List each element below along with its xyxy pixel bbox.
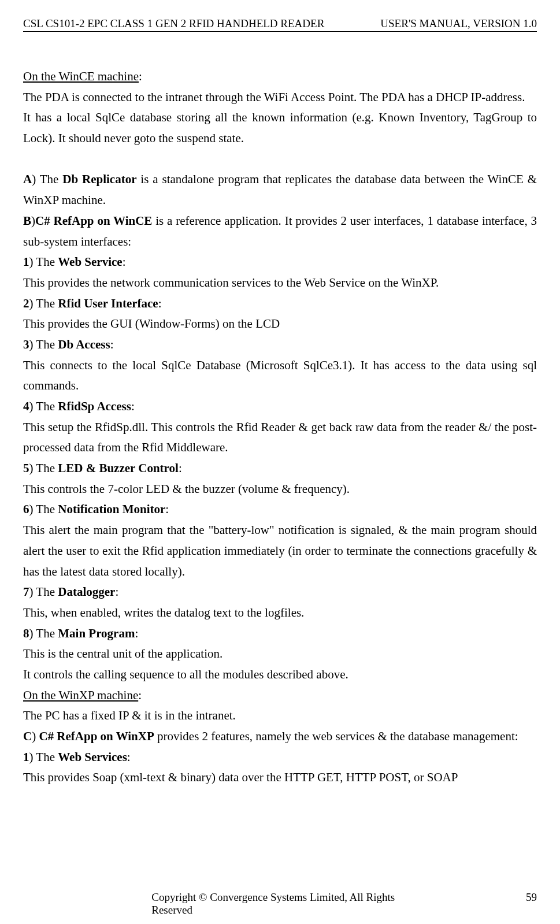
paragraph: It has a local SqlCe database storing al…	[23, 107, 537, 149]
term-refapp-wince: C# RefApp on WinCE	[35, 214, 152, 228]
paragraph: This provides the GUI (Window-Forms) on …	[23, 314, 537, 335]
term-rfid-ui: Rfid User Interface	[58, 296, 158, 310]
paragraph: The PC has a fixed IP & it is in the int…	[23, 706, 537, 726]
label-a: A	[23, 172, 32, 186]
paragraph: It controls the calling sequence to all …	[23, 665, 537, 685]
paragraph: This controls the 7-color LED & the buzz…	[23, 479, 537, 500]
term-web-services: Web Services	[58, 750, 127, 764]
section-title-winxp: On the WinXP machine	[23, 688, 138, 702]
page-header: CSL CS101-2 EPC CLASS 1 GEN 2 RFID HANDH…	[23, 17, 537, 32]
copyright-text: Copyright © Convergence Systems Limited,…	[151, 891, 409, 916]
label-4: 4	[23, 399, 29, 413]
paragraph: This provides the network communication …	[23, 273, 537, 294]
term-web-service: Web Service	[58, 255, 122, 269]
label-b: B	[23, 214, 31, 228]
paragraph: This alert the main program that the "ba…	[23, 520, 537, 582]
label-2: 2	[23, 296, 29, 310]
term-refapp-winxp: C# RefApp on WinXP	[39, 729, 154, 743]
term-db-access: Db Access	[58, 337, 110, 351]
term-datalogger: Datalogger	[58, 585, 115, 599]
paragraph: The PDA is connected to the intranet thr…	[23, 87, 537, 108]
page-footer: Copyright © Convergence Systems Limited,…	[23, 891, 537, 904]
header-right: USER'S MANUAL, VERSION 1.0	[380, 17, 537, 30]
paragraph: This is the central unit of the applicat…	[23, 644, 537, 665]
header-left: CSL CS101-2 EPC CLASS 1 GEN 2 RFID HANDH…	[23, 17, 324, 30]
term-led-buzzer: LED & Buzzer Control	[58, 461, 179, 475]
label-3: 3	[23, 337, 29, 351]
section-title-wince: On the WinCE machine	[23, 69, 139, 83]
label-c: C	[23, 729, 32, 743]
label-8: 8	[23, 626, 29, 640]
term-rfidsp-access: RfidSp Access	[58, 399, 131, 413]
label-5: 5	[23, 461, 29, 475]
paragraph: This provides Soap (xml-text & binary) d…	[23, 767, 537, 788]
term-main-program: Main Program	[58, 626, 135, 640]
page-number: 59	[526, 891, 537, 904]
document-body: On the WinCE machine: The PDA is connect…	[23, 66, 537, 788]
label-7: 7	[23, 585, 29, 599]
term-db-replicator: Db Replicator	[62, 172, 136, 186]
paragraph: This, when enabled, writes the datalog t…	[23, 603, 537, 624]
term-notification-monitor: Notification Monitor	[58, 502, 165, 516]
paragraph: This setup the RfidSp.dll. This controls…	[23, 417, 537, 458]
paragraph: This connects to the local SqlCe Databas…	[23, 355, 537, 396]
label-x1: 1	[23, 750, 29, 764]
text: provides 2 features, namely the web serv…	[154, 729, 518, 743]
label-6: 6	[23, 502, 29, 516]
label-1: 1	[23, 255, 29, 269]
